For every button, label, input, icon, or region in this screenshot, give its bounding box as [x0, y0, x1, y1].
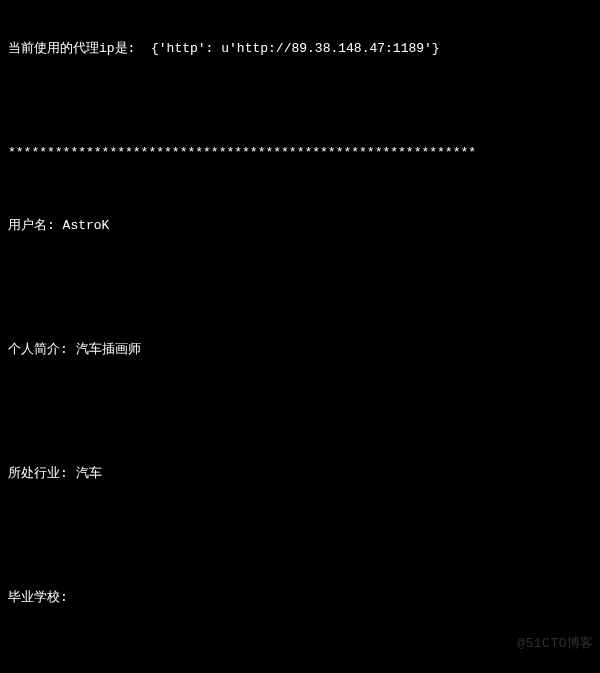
- value-industry: 汽车: [76, 465, 102, 483]
- label-bio: 个人简介:: [8, 341, 76, 359]
- proxy-prefix: 当前使用的代理ip是:: [8, 41, 151, 56]
- label-industry: 所处行业:: [8, 465, 76, 483]
- value-bio: 汽车插画师: [76, 341, 141, 359]
- terminal-output: 当前使用的代理ip是: {'http': u'http://89.38.148.…: [8, 4, 592, 673]
- divider-top: ****************************************…: [8, 144, 592, 162]
- row-industry: 所处行业: 汽车: [8, 465, 592, 483]
- proxy-value: {'http': u'http://89.38.148.47:1189'}: [151, 41, 440, 56]
- row-username: 用户名: AstroK: [8, 217, 592, 235]
- value-username: AstroK: [63, 217, 110, 235]
- row-bio: 个人简介: 汽车插画师: [8, 341, 592, 359]
- row-school: 毕业学校:: [8, 589, 592, 607]
- label-school: 毕业学校:: [8, 589, 76, 607]
- proxy-line: 当前使用的代理ip是: {'http': u'http://89.38.148.…: [8, 40, 592, 58]
- label-username: 用户名:: [8, 217, 63, 235]
